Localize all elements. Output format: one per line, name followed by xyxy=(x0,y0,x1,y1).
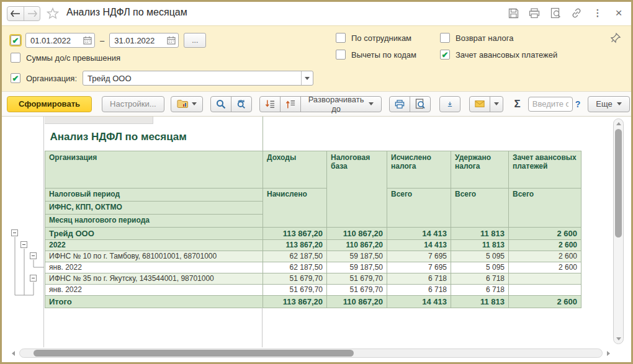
print-icon[interactable] xyxy=(528,7,541,19)
by-employees-checkbox[interactable] xyxy=(336,33,346,43)
cell-withheld[interactable]: 5 095 xyxy=(451,251,509,262)
organization-value[interactable]: Трейд ООО xyxy=(83,74,301,83)
scroll-down-arrow[interactable] xyxy=(616,337,621,340)
cell-tax-base[interactable]: 110 867,20 xyxy=(327,295,387,308)
cell-income[interactable]: 51 679,70 xyxy=(263,284,327,295)
refund-checkbox[interactable] xyxy=(440,33,450,43)
date-from-value[interactable]: 01.01.2022 xyxy=(30,36,83,45)
organization-dropdown-button[interactable] xyxy=(301,71,313,85)
settings-button[interactable]: Настройки... xyxy=(102,96,164,112)
collapse-toggle-year[interactable] xyxy=(20,241,27,248)
sums-checkbox-label[interactable]: Суммы до/с превышения xyxy=(26,53,120,63)
cell-income[interactable]: 113 867,20 xyxy=(263,227,327,239)
close-icon[interactable]: × xyxy=(613,7,625,19)
table-row-organization[interactable]: Трейд ООО 113 867,20 110 867,20 14 413 1… xyxy=(45,227,581,239)
cell-calculated[interactable]: 7 695 xyxy=(387,262,451,273)
horizontal-scrollbar[interactable] xyxy=(19,348,603,358)
sums-checkbox[interactable] xyxy=(11,53,20,63)
cell-calculated[interactable]: 6 718 xyxy=(387,284,451,295)
expand-to-button[interactable]: Разворачивать до xyxy=(300,96,382,112)
cell-calculated[interactable]: 6 718 xyxy=(387,273,451,284)
table-row-year[interactable]: 2022 113 867,20 110 867,20 14 413 11 813… xyxy=(45,239,581,251)
expand-groups-button[interactable] xyxy=(280,96,301,112)
cell-income[interactable]: 62 187,50 xyxy=(263,251,327,262)
search-button[interactable] xyxy=(210,96,231,112)
cell-calculated[interactable]: 7 695 xyxy=(387,251,451,262)
cell-tax-base[interactable]: 59 187,50 xyxy=(327,262,387,273)
cell-advance[interactable]: 2 600 xyxy=(509,239,581,251)
pin-icon[interactable] xyxy=(610,32,621,46)
table-row-total[interactable]: Итого 113 867,20 110 867,20 14 413 11 81… xyxy=(45,295,581,308)
deductions-label[interactable]: Вычеты по кодам xyxy=(351,50,416,60)
help-button[interactable]: ? xyxy=(575,99,581,109)
date-to-value[interactable]: 31.01.2022 xyxy=(114,36,167,45)
organization-checkbox[interactable]: ✔ xyxy=(11,73,20,83)
scroll-left-arrow[interactable] xyxy=(12,351,15,356)
advance-label[interactable]: Зачет авансовых платежей xyxy=(456,50,557,60)
cell-withheld[interactable]: 11 813 xyxy=(451,239,509,251)
vertical-scrollbar[interactable] xyxy=(613,118,624,344)
cell-calculated[interactable]: 14 413 xyxy=(387,239,451,251)
date-to-field[interactable]: 31.01.2022 xyxy=(109,33,179,48)
cell-advance[interactable]: 2 600 xyxy=(509,295,581,308)
cell-advance[interactable]: 2 600 xyxy=(509,227,581,239)
table-row-ifns-35[interactable]: ИФНС № 35 по г. Якутску, 143544001, 9870… xyxy=(45,273,581,284)
cell-tax-base[interactable]: 110 867,20 xyxy=(327,239,387,251)
collapse-groups-button[interactable] xyxy=(259,96,281,112)
sum-sigma-button[interactable]: Σ xyxy=(514,98,521,110)
cell-calculated[interactable]: 14 413 xyxy=(387,227,451,239)
search-next-button[interactable] xyxy=(231,96,252,112)
generate-button[interactable]: Сформировать xyxy=(7,96,92,112)
table-row-ifns-10[interactable]: ИФНС № 10 по г. Тамбову, 681001001, 6870… xyxy=(45,251,581,262)
favorite-star-icon[interactable] xyxy=(47,7,59,22)
cell-advance[interactable]: 2 600 xyxy=(509,251,581,262)
scroll-up-arrow[interactable] xyxy=(616,122,621,125)
cell-income[interactable]: 51 679,70 xyxy=(263,273,327,284)
table-row-month-jan-yakutsk[interactable]: янв. 2022 51 679,70 51 679,70 6 718 6 71… xyxy=(45,284,581,295)
quick-search-input[interactable] xyxy=(528,97,573,112)
collapse-toggle-ifns-35[interactable] xyxy=(30,275,37,282)
row-label[interactable]: янв. 2022 xyxy=(45,284,263,295)
cell-tax-base[interactable]: 59 187,50 xyxy=(327,251,387,262)
date-from-field[interactable]: 01.01.2022 xyxy=(25,33,95,48)
row-label[interactable]: янв. 2022 xyxy=(45,262,263,273)
print-preview-button[interactable] xyxy=(410,96,431,112)
cell-income[interactable]: 113 867,20 xyxy=(263,295,327,308)
cell-income[interactable]: 113 867,20 xyxy=(263,239,327,251)
refund-label[interactable]: Возврат налога xyxy=(456,33,513,43)
collapse-toggle-org[interactable] xyxy=(11,229,18,236)
cell-withheld[interactable]: 11 813 xyxy=(451,227,509,239)
back-button[interactable] xyxy=(7,7,24,20)
row-label[interactable]: ИФНС № 10 по г. Тамбову, 681001001, 6870… xyxy=(45,251,263,262)
cell-tax-base[interactable]: 51 679,70 xyxy=(327,284,387,295)
cell-income[interactable]: 62 187,50 xyxy=(263,262,327,273)
cell-tax-base[interactable]: 51 679,70 xyxy=(327,273,387,284)
deductions-checkbox[interactable] xyxy=(336,50,346,60)
advance-checkbox[interactable]: ✔ xyxy=(440,50,450,60)
link-icon[interactable] xyxy=(570,7,583,19)
row-label[interactable]: ИФНС № 35 по г. Якутску, 143544001, 9870… xyxy=(45,273,263,284)
cell-calculated[interactable]: 14 413 xyxy=(387,295,451,308)
send-mail-button[interactable] xyxy=(469,96,490,112)
cell-withheld[interactable]: 6 718 xyxy=(451,273,509,284)
row-label[interactable]: Итого xyxy=(45,295,263,308)
collapse-toggle-ifns-10[interactable] xyxy=(30,252,37,259)
preview-icon[interactable] xyxy=(549,7,562,19)
organization-combo[interactable]: Трейд ООО xyxy=(83,71,313,86)
cell-withheld[interactable]: 5 095 xyxy=(451,262,509,273)
cell-advance[interactable] xyxy=(509,284,581,295)
cell-withheld[interactable]: 11 813 xyxy=(451,295,509,308)
table-row-month-jan-tambov[interactable]: янв. 2022 62 187,50 59 187,50 7 695 5 09… xyxy=(45,262,581,273)
save-icon[interactable] xyxy=(507,7,519,19)
period-checkbox[interactable]: ✔ xyxy=(11,35,20,45)
more-menu-icon[interactable]: ⋮ xyxy=(591,7,604,19)
forward-button[interactable] xyxy=(24,7,40,20)
vertical-scroll-thumb[interactable] xyxy=(615,129,622,237)
calendar-icon[interactable] xyxy=(167,36,176,45)
row-label[interactable]: 2022 xyxy=(45,239,263,251)
by-employees-label[interactable]: По сотрудникам xyxy=(351,33,411,43)
save-report-button[interactable] xyxy=(439,96,460,112)
report-variants-button[interactable] xyxy=(171,96,203,112)
cell-advance[interactable] xyxy=(509,273,581,284)
scroll-right-arrow[interactable] xyxy=(607,351,610,356)
